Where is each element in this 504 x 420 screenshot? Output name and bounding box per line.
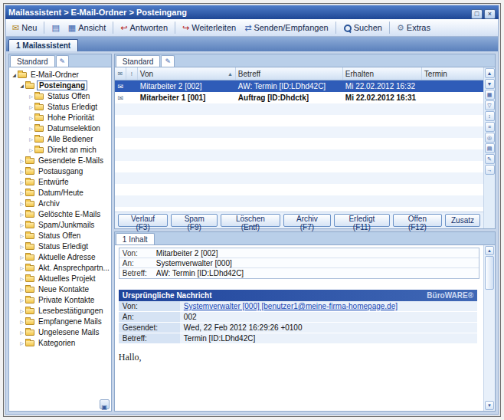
export-button[interactable]: →	[485, 165, 495, 175]
expander-icon[interactable]	[18, 287, 25, 292]
content-tab-inhalt[interactable]: 1 Inhalt	[116, 233, 155, 244]
tree-item-status-erledigt-2[interactable]: Status Erledigt	[9, 241, 111, 251]
offen-button[interactable]: Offen (F12)	[393, 214, 442, 227]
expander-icon[interactable]	[11, 72, 18, 77]
tree-item-aktuelle-adresse[interactable]: Aktuelle Adresse	[9, 251, 111, 262]
priority-column-header[interactable]: !	[126, 67, 138, 80]
tree-item-akt-ansprechpartner[interactable]: Akt. Ansprechpartn...	[9, 262, 111, 273]
list-tab-standard[interactable]: Standard	[116, 55, 161, 67]
expander-icon[interactable]	[18, 212, 25, 217]
expander-icon[interactable]	[18, 340, 25, 346]
find-button[interactable]: ◎	[485, 133, 495, 143]
zusatz-button[interactable]: Zusatz	[445, 214, 480, 227]
expander-icon[interactable]	[18, 330, 25, 335]
expander-icon[interactable]	[18, 158, 25, 163]
expander-icon[interactable]	[18, 308, 25, 313]
tree-item-direkt-an-mich[interactable]: Direkt an mich	[9, 144, 111, 155]
tree-item-spam-junkmails[interactable]: Spam/Junkmails	[9, 219, 111, 230]
scroll-thumb[interactable]	[485, 256, 494, 290]
expander-icon[interactable]	[18, 169, 25, 174]
forward-button[interactable]: ↪ Weiterleiten	[178, 21, 240, 34]
sidebar-alt-tab[interactable]: ✎	[56, 55, 70, 67]
mail-status-column-header[interactable]: ✉	[115, 67, 126, 80]
tree-item-lesebestaetigungen[interactable]: Lesebestätigungen	[9, 305, 111, 316]
tree-item-ungelesene-mails[interactable]: Ungelesene Mails	[9, 326, 111, 337]
expander-icon[interactable]	[28, 115, 34, 120]
tree-item-entwuerfe[interactable]: Entwürfe	[9, 176, 111, 187]
expander-icon[interactable]	[18, 179, 25, 185]
archiv-button[interactable]: Archiv (F7)	[283, 214, 331, 227]
tree-item-neue-kontakte[interactable]: Neue Kontakte	[9, 284, 111, 294]
group-button[interactable]: ≡	[485, 122, 495, 132]
tree-item-gesendete-emails[interactable]: Gesendete E-Mails	[9, 155, 111, 166]
tree-item-status-offen-2[interactable]: Status Offen	[9, 230, 111, 241]
tree-item-archiv[interactable]: Archiv	[9, 198, 111, 208]
tree-item-hohe-prioritaet[interactable]: Hohe Priorität	[9, 112, 111, 123]
edit-view-button[interactable]: ✎	[485, 154, 495, 164]
sort-button[interactable]: ↕	[485, 111, 495, 121]
tree-item-kategorien[interactable]: Kategorien	[9, 337, 111, 348]
column-header-erhalten[interactable]: Erhalten	[343, 67, 422, 80]
tree-item-aktuelles-projekt[interactable]: Aktuelles Projekt	[9, 273, 111, 284]
column-header-betreff[interactable]: Betreff	[236, 67, 343, 80]
expander-icon[interactable]	[28, 94, 34, 99]
tree-item-private-kontakte[interactable]: Private Kontakte	[9, 294, 111, 305]
list-alt-tab[interactable]: ✎	[161, 55, 175, 67]
scroll-up-button[interactable]: ▲	[485, 246, 494, 255]
send-receive-button[interactable]: ⇄ Senden/Empfangen	[241, 21, 332, 34]
print-button[interactable]: ▤	[47, 22, 63, 34]
expander-icon[interactable]	[18, 222, 25, 228]
extras-button[interactable]: ⚙ Extras	[393, 21, 434, 34]
expander-icon[interactable]	[18, 276, 25, 281]
expander-icon[interactable]	[28, 126, 34, 131]
column-settings-button[interactable]: ▦	[485, 90, 495, 100]
column-header-termin[interactable]: Termin	[422, 67, 483, 80]
expander-icon[interactable]	[18, 190, 25, 195]
expander-icon[interactable]	[18, 265, 25, 271]
verlauf-button[interactable]: Verlauf (F3)	[118, 214, 169, 227]
workspace-tab-mailassistent[interactable]: 1 Mailassistent	[8, 39, 78, 51]
email-row-2[interactable]: ✉ Mitarbeiter 1 [001] Auftrag [ID:Dhdctk…	[115, 92, 483, 103]
expander-icon[interactable]	[18, 233, 25, 238]
erledigt-button[interactable]: Erledigt (F11)	[334, 214, 390, 227]
expander-icon[interactable]	[18, 297, 25, 303]
sender-email-link[interactable]: Systemverwalter [000] [benutzer1@meine-f…	[180, 301, 477, 311]
print-list-button[interactable]: ▤	[485, 143, 495, 153]
tree-item-alle-bediener[interactable]: Alle Bediener	[9, 133, 111, 144]
tree-item-geloeschte-emails[interactable]: Gelöschte E-Mails	[9, 208, 111, 219]
tree-item-status-offen[interactable]: Status Offen	[9, 90, 111, 101]
column-header-von[interactable]: Von▲	[138, 67, 236, 80]
tree-item-empfangene-mails[interactable]: Empfangene Mails	[9, 316, 111, 326]
reply-button[interactable]: ↩ Antworten	[116, 21, 172, 34]
loeschen-button[interactable]: Löschen (Entf)	[221, 214, 280, 227]
expander-icon[interactable]	[18, 244, 25, 249]
expander-icon[interactable]	[18, 83, 25, 88]
scroll-down-button[interactable]: ▼	[485, 401, 494, 410]
expander-icon[interactable]	[18, 201, 25, 206]
expander-icon[interactable]	[18, 254, 25, 260]
list-scroll-down-button[interactable]: ▼	[485, 79, 495, 89]
tree-item-postausgang[interactable]: Postausgang	[9, 166, 111, 176]
expander-icon[interactable]	[18, 319, 25, 324]
window-controls: □×	[470, 5, 496, 19]
tree-item-email-ordner[interactable]: E-Mail-Ordner	[9, 69, 111, 80]
sidebar-tab-standard[interactable]: Standard	[10, 55, 55, 67]
tree-item-status-erledigt[interactable]: Status Erledigt	[9, 101, 111, 112]
list-scroll-up-button[interactable]: ▲	[485, 68, 495, 78]
tree-corner-button[interactable]: ▣	[100, 399, 110, 409]
tree-item-datum-heute[interactable]: Datum/Heute	[9, 187, 111, 198]
maximize-button[interactable]: □	[471, 9, 483, 19]
expander-icon[interactable]	[28, 147, 34, 153]
spam-button[interactable]: Spam (F9)	[171, 214, 218, 227]
search-button[interactable]: Suchen	[339, 21, 386, 34]
close-button[interactable]: ×	[484, 9, 496, 19]
folder-icon	[18, 72, 27, 78]
tree-item-posteingang[interactable]: Posteingang	[9, 80, 111, 90]
expander-icon[interactable]	[28, 136, 34, 142]
filter-button[interactable]: ▽	[485, 100, 495, 110]
expander-icon[interactable]	[28, 104, 34, 110]
view-button[interactable]: ▦ Ansicht	[64, 21, 110, 34]
tree-item-datumselektion[interactable]: Datumselektion	[9, 123, 111, 133]
email-row-1[interactable]: ✉ Mitarbeiter 2 [002] AW: Termin [ID:LDh…	[115, 80, 483, 92]
new-button[interactable]: ✉ Neu	[8, 21, 41, 34]
